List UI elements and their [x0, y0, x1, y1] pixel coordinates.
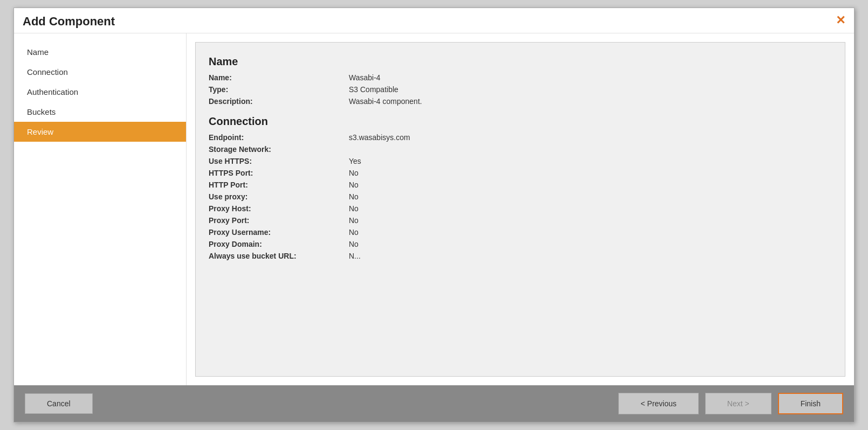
review-value: No — [349, 216, 359, 225]
next-button[interactable]: Next > — [705, 393, 771, 414]
review-value: N... — [349, 252, 361, 260]
review-label: HTTPS Port: — [209, 169, 349, 177]
review-row: Use HTTPS:Yes — [209, 157, 832, 165]
add-component-dialog: Add Component ✕ NameConnectionAuthentica… — [13, 8, 855, 422]
review-label: Proxy Username: — [209, 228, 349, 237]
dialog-title: Add Component — [23, 15, 115, 29]
sidebar-item-authentication[interactable]: Authentication — [14, 82, 186, 102]
review-row: Proxy Host:No — [209, 204, 832, 213]
previous-button[interactable]: < Previous — [618, 393, 699, 414]
review-value: No — [349, 169, 359, 177]
review-row: Proxy Port:No — [209, 216, 832, 225]
review-value: No — [349, 240, 359, 248]
footer-right: < Previous Next > Finish — [618, 393, 843, 414]
finish-button[interactable]: Finish — [778, 393, 843, 414]
review-value: Wasabi-4 — [349, 73, 381, 82]
content-area: NameName:Wasabi-4Type:S3 CompatibleDescr… — [187, 33, 854, 385]
section-title-1: Connection — [209, 115, 832, 128]
review-row: Use proxy:No — [209, 192, 832, 201]
review-row: Type:S3 Compatible — [209, 85, 832, 94]
review-row: Proxy Username:No — [209, 228, 832, 237]
review-label: Storage Network: — [209, 145, 349, 154]
review-value: Yes — [349, 157, 361, 165]
cancel-button[interactable]: Cancel — [25, 393, 93, 414]
review-value: S3 Compatible — [349, 85, 398, 94]
sidebar-item-buckets[interactable]: Buckets — [14, 102, 186, 122]
review-label: Proxy Domain: — [209, 240, 349, 248]
review-label: Name: — [209, 73, 349, 82]
review-panel[interactable]: NameName:Wasabi-4Type:S3 CompatibleDescr… — [195, 42, 845, 377]
review-label: Use HTTPS: — [209, 157, 349, 165]
dialog-body: NameConnectionAuthenticationBucketsRevie… — [14, 33, 854, 385]
review-row: Proxy Domain:No — [209, 240, 832, 248]
dialog-footer: Cancel < Previous Next > Finish — [14, 385, 854, 422]
review-label: HTTP Port: — [209, 181, 349, 189]
sidebar-item-name[interactable]: Name — [14, 42, 186, 62]
review-row: Description:Wasabi-4 component. — [209, 97, 832, 106]
review-row: Endpoint:s3.wasabisys.com — [209, 133, 832, 142]
review-row: Name:Wasabi-4 — [209, 73, 832, 82]
close-button[interactable]: ✕ — [836, 15, 845, 26]
footer-left: Cancel — [25, 393, 93, 414]
review-row: Always use bucket URL:N... — [209, 252, 832, 260]
review-value: No — [349, 204, 359, 213]
sidebar-item-review[interactable]: Review — [14, 122, 186, 142]
review-row: HTTP Port:No — [209, 181, 832, 189]
review-label: Proxy Host: — [209, 204, 349, 213]
sidebar-item-connection[interactable]: Connection — [14, 62, 186, 82]
review-value: No — [349, 228, 359, 237]
section-title-0: Name — [209, 56, 832, 68]
dialog-header: Add Component ✕ — [14, 8, 854, 33]
review-value: s3.wasabisys.com — [349, 133, 410, 142]
review-value: No — [349, 181, 359, 189]
review-value: Wasabi-4 component. — [349, 97, 422, 106]
review-row: HTTPS Port:No — [209, 169, 832, 177]
review-value: No — [349, 192, 359, 201]
review-row: Storage Network: — [209, 145, 832, 154]
sidebar: NameConnectionAuthenticationBucketsRevie… — [14, 33, 187, 385]
review-label: Proxy Port: — [209, 216, 349, 225]
review-label: Type: — [209, 85, 349, 94]
review-label: Use proxy: — [209, 192, 349, 201]
review-label: Description: — [209, 97, 349, 106]
review-label: Endpoint: — [209, 133, 349, 142]
review-label: Always use bucket URL: — [209, 252, 349, 260]
